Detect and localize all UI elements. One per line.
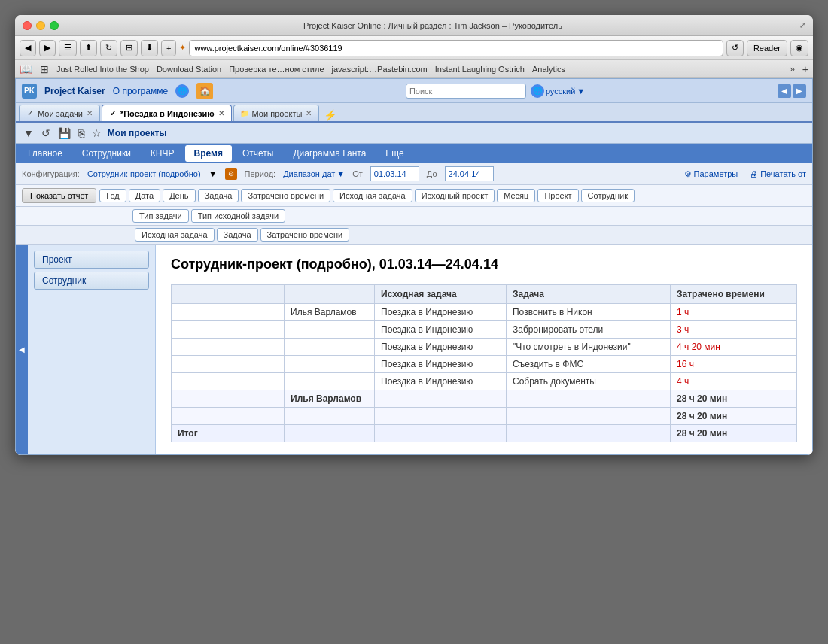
cell-empty [172,321,285,339]
time-value: 4 ч 20 мин [677,342,720,352]
nav-item-gantt[interactable]: Диаграмма Ганта [284,145,375,162]
cell-empty [375,408,507,425]
to-date-input[interactable] [445,166,494,181]
toolbar-refresh-btn[interactable]: ↺ [40,126,52,141]
refresh-button[interactable]: ↻ [100,40,117,56]
params-button[interactable]: ⚙ Параметры [684,169,738,179]
back-button[interactable]: ◀ [20,40,36,56]
cell-empty [285,425,375,442]
filter-chip-day[interactable]: День [163,189,195,202]
app-container: PK Project Kaiser О программе 🌐 🏠 🌐 русс… [15,78,813,455]
time-value: 4 ч [677,376,689,387]
print-button[interactable]: 🖨 Печатать от [750,169,806,178]
view-button[interactable]: ☰ [59,40,77,56]
sidebar-employee-button[interactable]: Сотрудник [34,272,149,290]
extensions-button[interactable]: ◉ [790,40,808,56]
maximize-button[interactable] [50,21,59,30]
filter-chip-month[interactable]: Месяц [497,189,535,202]
filter-chip-source-project[interactable]: Исходный проект [415,189,495,202]
from-date-input[interactable] [370,166,419,181]
about-link[interactable]: О программе [113,86,168,96]
cell-empty [172,408,285,425]
header-search: 🌐 русский ▼ [406,84,585,99]
filter-chips: Год Дата День Задача Затрачено времени И… [99,189,635,202]
cell-employee [285,356,375,373]
cell-empty [285,408,375,425]
browser-refresh-button[interactable]: ↺ [726,40,744,56]
nav-item-time[interactable]: Время [185,145,232,162]
bookmark-6[interactable]: Analytics [532,65,565,74]
group-chip-time[interactable]: Затрачено времени [260,228,350,242]
bookmark-4[interactable]: javascript:…Pastebin.com [332,65,428,74]
time-value: 1 ч [677,307,689,317]
filter-chip-date[interactable]: Дата [129,189,160,202]
from-label: От [352,169,363,178]
filter-chip-project[interactable]: Проект [537,189,578,202]
print-icon: 🖨 [750,169,758,178]
nav-next-button[interactable]: ▶ [793,84,806,98]
table-row: Илья Варламов Поездка в Индонезию Позвон… [172,304,797,321]
nav-bar: ◀ ▶ ☰ ⬆ ↻ ⊞ ⬇ + ✦ ↺ Reader ◉ [15,36,813,60]
tab-my-projects[interactable]: 📁 Мои проекты ✕ [233,105,320,121]
cell-time: 4 ч [671,373,797,390]
tab-my-projects-close[interactable]: ✕ [305,109,312,117]
nav-item-main[interactable]: Главное [19,145,72,162]
tab-trip-close[interactable]: ✕ [218,109,225,117]
table-row-subtotal: Илья Варламов 28 ч 20 мин [172,390,797,408]
nav-item-knchr[interactable]: КНЧР [142,145,184,162]
add-bookmark-button[interactable]: + [802,63,808,75]
bookmark-1[interactable]: Just Rolled Into the Shop [56,65,149,74]
toolbar-save-btn[interactable]: 💾 [56,126,72,141]
forward-button[interactable]: ▶ [39,40,56,56]
tab-my-tasks[interactable]: ✓ Мои задачи ✕ [19,105,100,121]
cell-employee: Илья Варламов [285,304,375,321]
nav-item-employees[interactable]: Сотрудники [73,145,140,162]
filter-chip-source-task[interactable]: Исходная задача [333,189,412,202]
bookmark-5[interactable]: Instant Laughing Ostrich [435,65,525,74]
sidebar-toggle[interactable]: ◀ [16,245,28,454]
tab-trip[interactable]: ✓ *Поездка в Индонезию ✕ [102,105,232,121]
filter-chip-employee[interactable]: Сотрудник [581,189,635,202]
bookmark-button[interactable]: ⊞ [120,40,138,56]
home-button[interactable]: 🏠 [196,83,213,99]
toolbar-copy-btn[interactable]: ⎘ [77,126,86,141]
filter-chip-task[interactable]: Задача [198,189,239,202]
filter-chip-year[interactable]: Год [99,189,126,202]
filter-chip-time-spent[interactable]: Затрачено времени [241,189,330,202]
config-value[interactable]: Сотрудник-проект (подробно) [87,169,201,178]
search-input[interactable] [406,84,526,99]
tab-my-tasks-close[interactable]: ✕ [86,109,93,117]
close-button[interactable] [23,21,32,30]
filter-chip-task-type[interactable]: Тип задачи [132,209,189,223]
minimize-button[interactable] [36,21,45,30]
period-value[interactable]: Диапазон дат ▼ [283,169,345,178]
share-button[interactable]: ⬆ [80,40,97,56]
tab-trip-icon: ✓ [108,109,117,118]
nav-item-reports[interactable]: Отчеты [233,145,282,162]
toolbar-down-btn[interactable]: ▼ [22,126,35,141]
download-button[interactable]: ⬇ [141,40,158,56]
sidebar-project-button[interactable]: Проект [34,251,149,269]
url-bar[interactable] [189,40,723,56]
reader-button[interactable]: Reader [747,40,787,56]
filter-row: Показать отчет Год Дата День Задача Затр… [16,185,812,207]
resize-icon[interactable]: ⤢ [799,21,805,29]
config-icon[interactable]: ⚙ [225,168,237,180]
toolbar-star-btn[interactable]: ☆ [90,126,103,141]
bookmark-2[interactable]: Download Station [157,65,221,74]
nav-prev-button[interactable]: ◀ [778,84,791,98]
filter-chip-source-task-type[interactable]: Тип исходной задачи [191,209,285,223]
add-tab-button[interactable]: + [161,40,176,56]
period-value-text: Диапазон дат [283,169,335,178]
cell-empty [172,373,285,390]
language-selector[interactable]: 🌐 русский ▼ [531,84,585,98]
my-projects-label[interactable]: Мои проекты [108,128,167,138]
bookmark-3[interactable]: Проверка те…ном стиле [229,65,324,74]
group-chip-task[interactable]: Задача [217,228,258,242]
nav-item-more[interactable]: Еще [376,145,412,162]
show-report-button[interactable]: Показать отчет [22,188,96,203]
more-bookmarks[interactable]: » [790,64,795,74]
tab-icon-button[interactable]: ⚡ [324,109,336,121]
period-dropdown-icon: ▼ [336,169,345,178]
group-chip-source-task[interactable]: Исходная задача [135,228,215,242]
